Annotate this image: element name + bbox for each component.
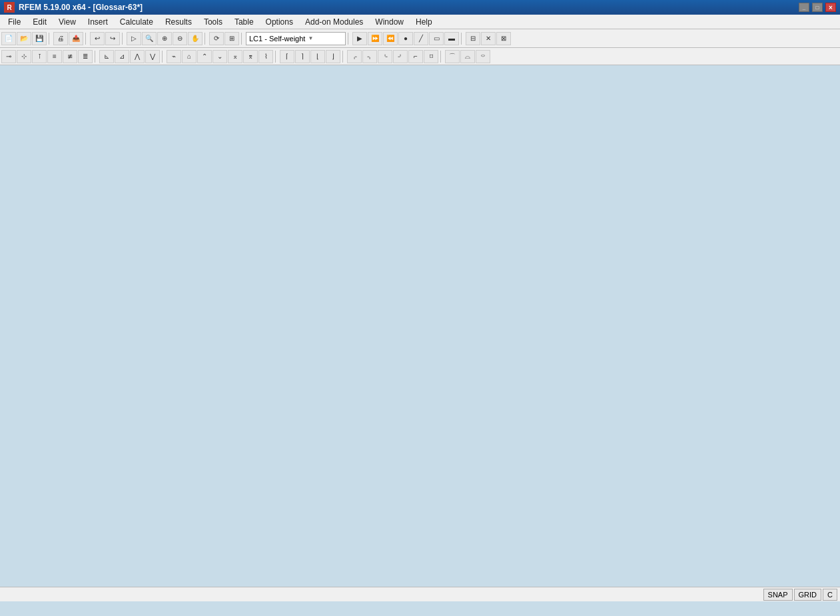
title-bar: R RFEM 5.19.00 x64 - [Glossar-63*] _ □ × (0, 0, 840, 15)
app-icon: R (4, 2, 15, 13)
menu-options[interactable]: Options (260, 16, 298, 28)
sep-tb2-3 (275, 51, 278, 63)
tb2-btn19[interactable]: ⌉ (295, 50, 310, 63)
export-button[interactable]: 📤 (69, 32, 83, 45)
menu-addons[interactable]: Add-on Modules (300, 16, 368, 28)
minimize-button[interactable]: _ (799, 3, 809, 12)
sep-tb2-5 (440, 51, 443, 63)
tb2-btn30[interactable]: ⌔ (476, 50, 490, 63)
close-button[interactable]: × (825, 3, 836, 12)
tb2-btn1[interactable]: ⊸ (1, 50, 16, 63)
tb2-btn5[interactable]: ≢ (63, 50, 77, 63)
tb2-btn11[interactable]: ⌁ (167, 50, 181, 63)
tb2-btn29[interactable]: ⌓ (460, 50, 475, 63)
grid-btn[interactable]: GRID (794, 589, 822, 601)
tb2-btn8[interactable]: ⊿ (115, 50, 129, 63)
tb2-btn16[interactable]: ⌆ (243, 50, 258, 63)
open-button[interactable]: 📂 (17, 32, 31, 45)
tb2-btn10[interactable]: ⋁ (145, 50, 160, 63)
undo-button[interactable]: ↩ (90, 32, 105, 45)
tb2-btn9[interactable]: ⋀ (130, 50, 145, 63)
tb2-btn25[interactable]: ⌏ (393, 50, 408, 63)
tb2-btn4[interactable]: ≡ (47, 50, 62, 63)
redo-button[interactable]: ↪ (105, 32, 120, 45)
tb2-btn24[interactable]: ⌎ (378, 50, 392, 63)
sep-tb2-2 (162, 51, 165, 63)
maximize-button[interactable]: □ (812, 3, 823, 12)
menu-file[interactable]: File (3, 16, 26, 28)
volume-button[interactable]: ▬ (444, 32, 459, 45)
separator-2 (85, 33, 88, 45)
tb2-btn20[interactable]: ⌊ (310, 50, 325, 63)
menu-view[interactable]: View (53, 16, 81, 28)
zoom-button[interactable]: 🔍 (142, 32, 157, 45)
separator-4 (205, 33, 207, 45)
surface-button[interactable]: ▭ (429, 32, 444, 45)
line-button[interactable]: ╱ (414, 32, 428, 45)
separator-7 (461, 33, 464, 45)
cross-button[interactable]: ✕ (481, 32, 496, 45)
tb2-btn3[interactable]: ⊺ (32, 50, 47, 63)
save-button[interactable]: 💾 (32, 32, 47, 45)
back-button[interactable]: ⏪ (383, 32, 398, 45)
pan-button[interactable]: ✋ (188, 32, 203, 45)
tb2-btn14[interactable]: ⌄ (212, 50, 227, 63)
menu-calculate[interactable]: Calculate (115, 16, 159, 28)
menu-results[interactable]: Results (160, 16, 197, 28)
tb2-btn27[interactable]: ⌑ (424, 50, 438, 63)
menu-insert[interactable]: Insert (83, 16, 113, 28)
viewport-area: ▲ ◄ ⌂ ► ▼ ▲ ▼ ◄ x (0, 79, 840, 601)
rotate-button[interactable]: ⟳ (209, 32, 224, 45)
new-button[interactable]: 📄 (1, 32, 16, 45)
play-button[interactable]: ▶ (352, 32, 367, 45)
tb2-btn13[interactable]: ⌃ (197, 50, 212, 63)
tb2-btn23[interactable]: ⌍ (362, 50, 377, 63)
forward-button[interactable]: ⏩ (368, 32, 382, 45)
separator-1 (49, 33, 51, 45)
tb2-btn15[interactable]: ⌅ (228, 50, 242, 63)
select-button[interactable]: ▷ (127, 32, 141, 45)
load-case-dropdown[interactable]: LC1 - Self-weight ▼ (246, 32, 346, 45)
zoom-out-button[interactable]: ⊖ (173, 32, 187, 45)
dim-button[interactable]: ⊟ (466, 32, 480, 45)
tb2-btn21[interactable]: ⌋ (326, 50, 340, 63)
section-button[interactable]: ⊠ (496, 32, 511, 45)
print-button[interactable]: 🖨 (53, 32, 68, 45)
tb2-btn12[interactable]: ⌂ (182, 50, 197, 63)
separator-3 (122, 33, 125, 45)
sep-tb2-1 (95, 51, 97, 63)
dropdown-arrow: ▼ (308, 35, 313, 41)
menu-window[interactable]: Window (370, 16, 409, 28)
node-button[interactable]: ● (398, 32, 413, 45)
status-bar: SNAP GRID C (0, 587, 840, 601)
tb2-btn26[interactable]: ⌐ (408, 50, 423, 63)
menu-tools[interactable]: Tools (199, 16, 228, 28)
menu-bar: File Edit View Insert Calculate Results … (0, 15, 840, 29)
tb2-btn22[interactable]: ⌌ (347, 50, 362, 63)
extra-btn[interactable]: C (823, 589, 837, 601)
menu-edit[interactable]: Edit (27, 16, 52, 28)
tb2-btn28[interactable]: ⌒ (445, 50, 460, 63)
menu-table[interactable]: Table (229, 16, 259, 28)
toolbar-1: 📄 📂 💾 🖨 📤 ↩ ↪ ▷ 🔍 ⊕ ⊖ ✋ ⟳ ⊞ LC1 - Self-w… (0, 29, 840, 48)
snap-btn[interactable]: SNAP (763, 589, 793, 601)
tb2-btn18[interactable]: ⌈ (280, 50, 294, 63)
tb2-btn7[interactable]: ⊾ (99, 50, 114, 63)
tb2-btn6[interactable]: ≣ (78, 50, 93, 63)
toolbar-2: ⊸ ⊹ ⊺ ≡ ≢ ≣ ⊾ ⊿ ⋀ ⋁ ⌁ ⌂ ⌃ ⌄ ⌅ ⌆ ⌇ ⌈ ⌉ ⌊ … (0, 48, 840, 65)
zoom-in-button[interactable]: ⊕ (157, 32, 172, 45)
load-case-label: LC1 - Self-weight (249, 35, 305, 43)
tb2-btn2[interactable]: ⊹ (17, 50, 31, 63)
sep-tb2-4 (342, 51, 345, 63)
tb2-btn17[interactable]: ⌇ (258, 50, 273, 63)
fit-button[interactable]: ⊞ (224, 32, 239, 45)
menu-help[interactable]: Help (410, 16, 438, 28)
separator-6 (348, 33, 350, 45)
window-title: RFEM 5.19.00 x64 - [Glossar-63*] (19, 3, 143, 12)
separator-5 (241, 33, 244, 45)
